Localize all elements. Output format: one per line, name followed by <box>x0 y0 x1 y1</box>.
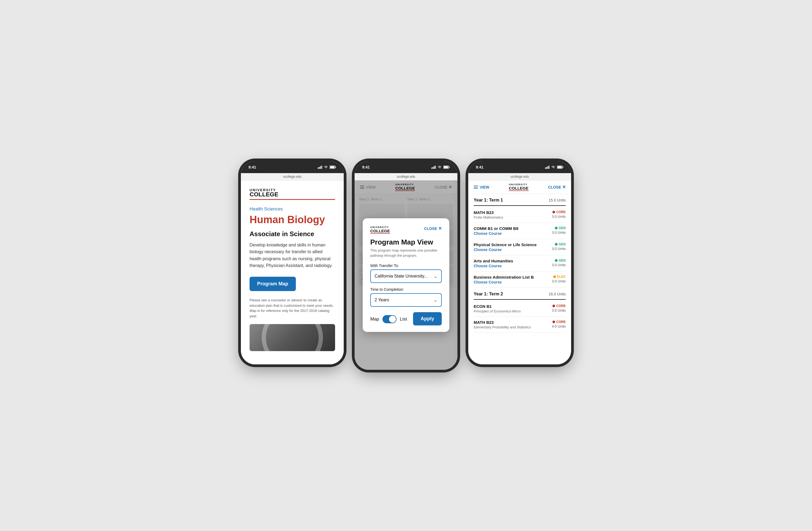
choose-course-link[interactable]: Choose Course <box>474 264 552 268</box>
logo-college: COLLEGE <box>249 191 335 200</box>
course-name: COMM B1 or COMM B8 <box>474 226 552 231</box>
course-left: MATH B23Elementary Probability and Stati… <box>474 320 552 329</box>
program-map-modal: UNIVERSITY COLLEGE CLOSE ✕ Program Map V… <box>363 218 449 331</box>
p3-logo-college: COLLEGE <box>509 186 528 191</box>
svg-rect-7 <box>432 167 432 169</box>
modal-close-label: CLOSE <box>424 226 437 231</box>
phone-3-notch <box>501 161 539 169</box>
view-toggle[interactable] <box>382 315 396 323</box>
course-badge: GEN <box>555 259 566 262</box>
p3-nav-close[interactable]: CLOSE ✕ <box>548 185 566 190</box>
badge-dot <box>553 275 556 278</box>
p3-nav-view-label: VIEW <box>480 185 489 189</box>
table-row: ECON B1Principles of Economics-Micro COR… <box>474 301 566 317</box>
course-sub: Principles of Economics-Micro <box>474 309 552 313</box>
modal-logo-university: UNIVERSITY <box>370 226 390 228</box>
table-row: Physical Science or Life ScienceChoose C… <box>474 239 566 255</box>
course-right: GEN 3.0 Units <box>552 226 566 235</box>
table-row: Arts and HumanitiesChoose Course GEN 3.0… <box>474 255 566 271</box>
choose-course-link[interactable]: Choose Course <box>474 231 552 236</box>
svg-rect-17 <box>549 165 550 169</box>
course-sub: Finite Mathematics <box>474 215 552 219</box>
badge-label: GEN <box>559 226 566 230</box>
phone-3-logo: UNIVERSITY COLLEGE <box>509 183 528 191</box>
course-list: Year 1: Term 1 15.0 Units MATH B23Finite… <box>468 194 571 333</box>
program-map-button[interactable]: Program Map <box>249 277 296 291</box>
p3-logo-university: UNIVERSITY <box>509 183 528 186</box>
phone-3: 9:41 ucollege.edu VIEW UNIVERSITY COLLEG… <box>468 161 571 364</box>
phone-3-status-icons <box>545 165 564 169</box>
badge-dot <box>552 305 555 307</box>
p3-close-icon: ✕ <box>562 185 566 190</box>
modal-header: UNIVERSITY COLLEGE CLOSE ✕ <box>370 226 442 234</box>
svg-rect-12 <box>444 166 448 168</box>
phone-1-category[interactable]: Health Sciences <box>249 206 335 212</box>
signal-icon <box>432 165 436 169</box>
svg-rect-8 <box>433 167 434 169</box>
completion-select[interactable]: 2 Years ⌄ <box>370 293 442 307</box>
completion-select-value: 2 Years <box>375 297 389 303</box>
wifi-icon <box>437 165 442 169</box>
svg-rect-6 <box>335 167 336 168</box>
svg-rect-2 <box>320 166 321 169</box>
course-left: Arts and HumanitiesChoose Course <box>474 259 552 268</box>
course-left: COMM B1 or COMM B8Choose Course <box>474 226 552 236</box>
phone-1-image <box>249 324 335 351</box>
transfer-select[interactable]: California State University... ⌄ <box>370 269 442 283</box>
svg-rect-20 <box>563 167 564 168</box>
course-units: 3.0 Units <box>552 279 566 283</box>
modal-close-button[interactable]: CLOSE ✕ <box>424 226 442 231</box>
phone-1-url-bar: ucollege.edu <box>241 173 344 180</box>
course-badge: CORE <box>552 304 566 308</box>
badge-dot <box>555 259 557 262</box>
phone-1: 9:41 ucollege.edu UNIVERSITY COLLEGE Hea… <box>241 161 344 364</box>
modal-logo-college: COLLEGE <box>370 228 390 234</box>
badge-dot <box>555 243 557 246</box>
phone-2-screen: VIEW UNIVERSITY COLLEGE CLOSE ✕ Year 1: … <box>354 180 458 370</box>
modal-close-icon: ✕ <box>438 226 442 231</box>
phone-1-status-icons <box>318 165 336 169</box>
modal-logo: UNIVERSITY COLLEGE <box>370 226 390 234</box>
course-right: GEN 3.0 Units <box>552 259 566 267</box>
course-right: ELEC 3.0 Units <box>552 275 566 283</box>
badge-label: GEN <box>559 242 566 246</box>
choose-course-link[interactable]: Choose Course <box>474 248 552 252</box>
course-units: 3.0 Units <box>552 215 566 219</box>
course-badge: GEN <box>555 226 566 230</box>
svg-rect-1 <box>319 167 320 169</box>
phone-2: 9:41 ucollege.edu VIEW UNIVERSITY COLLEG… <box>354 161 458 370</box>
phone-2-url: ucollege.edu <box>397 175 415 178</box>
course-right: CORE 3.0 Units <box>552 304 566 312</box>
badge-dot <box>552 321 555 323</box>
phone-3-screen: VIEW UNIVERSITY COLLEGE CLOSE ✕ Year 1: … <box>468 180 571 364</box>
phone-2-status-bar: 9:41 <box>354 161 458 173</box>
phone-1-time: 9:41 <box>248 165 256 169</box>
svg-rect-3 <box>321 165 322 169</box>
phone-1-degree: Associate in Science <box>249 230 335 238</box>
course-right: CORE 4.0 Units <box>552 320 566 328</box>
p3-nav-view[interactable]: VIEW <box>474 185 489 189</box>
apply-button[interactable]: Apply <box>413 312 442 325</box>
modal-overlay: UNIVERSITY COLLEGE CLOSE ✕ Program Map V… <box>354 180 458 370</box>
badge-dot <box>552 211 555 213</box>
choose-course-link[interactable]: Choose Course <box>474 280 552 284</box>
course-units: 3.0 Units <box>552 308 566 312</box>
term-header-1: Year 1: Term 2 16.0 Units <box>474 288 566 300</box>
phone-1-status-bar: 9:41 <box>241 161 344 173</box>
table-row: MATH B23Elementary Probability and Stati… <box>474 317 566 333</box>
phone-3-url: ucollege.edu <box>510 175 529 178</box>
wifi-icon <box>551 165 555 169</box>
svg-rect-13 <box>449 167 450 168</box>
svg-rect-19 <box>557 166 562 168</box>
signal-icon <box>545 165 549 169</box>
toggle-list-label: List <box>400 316 407 322</box>
course-left: Physical Science or Life ScienceChoose C… <box>474 242 552 252</box>
wifi-icon <box>324 165 328 169</box>
badge-dot <box>555 227 557 230</box>
completion-chevron-icon: ⌄ <box>433 297 437 303</box>
term-header-0: Year 1: Term 1 15.0 Units <box>474 194 566 206</box>
badge-label: GEN <box>559 259 566 262</box>
svg-rect-9 <box>434 166 435 169</box>
phone-3-status-bar: 9:41 <box>468 161 571 173</box>
course-units: 3.0 Units <box>552 263 566 267</box>
